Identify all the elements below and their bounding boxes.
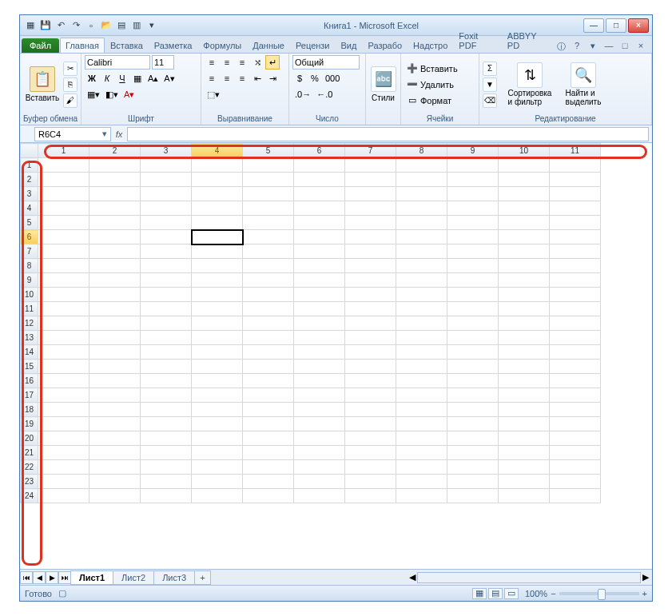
- cell[interactable]: [89, 360, 141, 374]
- cell[interactable]: [89, 403, 141, 417]
- row-header[interactable]: 8: [21, 259, 38, 273]
- decimal-dec-icon[interactable]: ←.0: [314, 87, 335, 101]
- cell[interactable]: [89, 446, 141, 460]
- row-header[interactable]: 14: [21, 345, 38, 360]
- format-cells-button[interactable]: ▭Формат: [404, 93, 475, 108]
- cell[interactable]: [141, 158, 192, 173]
- row-header[interactable]: 9: [21, 273, 38, 288]
- cell[interactable]: [447, 475, 499, 489]
- cell[interactable]: [141, 489, 192, 503]
- column-header[interactable]: 5: [243, 144, 294, 158]
- cell[interactable]: [294, 475, 345, 489]
- cell[interactable]: [38, 230, 89, 244]
- cell[interactable]: [345, 345, 396, 360]
- cell[interactable]: [499, 216, 550, 230]
- cell[interactable]: [447, 345, 499, 360]
- border-icon[interactable]: ▦: [130, 71, 145, 85]
- cell[interactable]: [243, 460, 294, 475]
- cell[interactable]: [396, 259, 447, 273]
- cell[interactable]: [38, 244, 89, 259]
- cell[interactable]: [396, 374, 447, 388]
- redo-icon[interactable]: ↷: [69, 18, 83, 33]
- cell[interactable]: [345, 374, 396, 388]
- cell[interactable]: [38, 446, 89, 460]
- cell[interactable]: [192, 345, 243, 360]
- cell[interactable]: [499, 187, 550, 201]
- cell[interactable]: [89, 374, 141, 388]
- tab-layout[interactable]: Разметка: [149, 38, 198, 53]
- cell[interactable]: [550, 388, 601, 403]
- sheet-tab-3[interactable]: Лист3: [153, 570, 195, 585]
- cell[interactable]: [550, 158, 601, 173]
- cell[interactable]: [499, 417, 550, 431]
- cell[interactable]: [38, 273, 89, 288]
- align-top-icon[interactable]: ≡: [205, 55, 219, 70]
- cell[interactable]: [38, 331, 89, 345]
- cell[interactable]: [192, 489, 243, 503]
- cell[interactable]: [294, 431, 345, 446]
- cell[interactable]: [550, 302, 601, 316]
- cell[interactable]: [499, 331, 550, 345]
- align-bottom-icon[interactable]: ≡: [235, 55, 249, 70]
- row-header[interactable]: 1: [21, 158, 38, 173]
- cell[interactable]: [89, 216, 141, 230]
- cell[interactable]: [294, 173, 345, 187]
- cell[interactable]: [396, 230, 447, 244]
- cell[interactable]: [447, 273, 499, 288]
- align-center-icon[interactable]: ≡: [220, 71, 234, 85]
- cell[interactable]: [192, 475, 243, 489]
- cell[interactable]: [192, 230, 243, 244]
- cell[interactable]: [89, 244, 141, 259]
- cell[interactable]: [447, 403, 499, 417]
- cell[interactable]: [243, 374, 294, 388]
- cell[interactable]: [550, 489, 601, 503]
- cell[interactable]: [447, 489, 499, 503]
- cell[interactable]: [38, 288, 89, 302]
- cell[interactable]: [38, 216, 89, 230]
- font-color-icon[interactable]: A▾: [121, 87, 137, 101]
- row-header[interactable]: 19: [21, 417, 38, 431]
- cell[interactable]: [294, 374, 345, 388]
- cell[interactable]: [192, 216, 243, 230]
- cell[interactable]: [345, 475, 396, 489]
- column-header[interactable]: 3: [141, 144, 192, 158]
- cell[interactable]: [141, 230, 192, 244]
- cell[interactable]: [345, 489, 396, 503]
- cell[interactable]: [550, 446, 601, 460]
- cell[interactable]: [243, 331, 294, 345]
- maximize-button[interactable]: □: [606, 18, 626, 33]
- cell[interactable]: [499, 489, 550, 503]
- cell[interactable]: [294, 345, 345, 360]
- cell[interactable]: [192, 431, 243, 446]
- sheet-tab-new[interactable]: +: [194, 570, 210, 585]
- cell[interactable]: [550, 201, 601, 216]
- fill-color-icon[interactable]: ◧▾: [103, 87, 121, 101]
- cell[interactable]: [294, 360, 345, 374]
- cell[interactable]: [447, 288, 499, 302]
- cell[interactable]: [294, 460, 345, 475]
- row-header[interactable]: 3: [21, 187, 38, 201]
- cell[interactable]: [192, 273, 243, 288]
- cell[interactable]: [396, 431, 447, 446]
- sheet-table[interactable]: 1234567891011123456789101112131415161718…: [20, 143, 601, 503]
- cell[interactable]: [141, 446, 192, 460]
- cell[interactable]: [141, 475, 192, 489]
- row-header[interactable]: 20: [21, 431, 38, 446]
- cell[interactable]: [192, 158, 243, 173]
- cell[interactable]: [345, 446, 396, 460]
- styles-button[interactable]: 🔤 Стили: [369, 55, 397, 113]
- cell[interactable]: [294, 187, 345, 201]
- cell[interactable]: [499, 316, 550, 331]
- tab-formulas[interactable]: Формулы: [197, 38, 247, 53]
- cell[interactable]: [38, 489, 89, 503]
- zoom-slider[interactable]: [559, 592, 639, 595]
- cell[interactable]: [294, 388, 345, 403]
- cell[interactable]: [396, 345, 447, 360]
- tab-view[interactable]: Вид: [336, 38, 363, 53]
- cell[interactable]: [38, 173, 89, 187]
- cell[interactable]: [141, 431, 192, 446]
- cell[interactable]: [499, 201, 550, 216]
- cell[interactable]: [89, 158, 141, 173]
- cell[interactable]: [447, 417, 499, 431]
- cell[interactable]: [447, 431, 499, 446]
